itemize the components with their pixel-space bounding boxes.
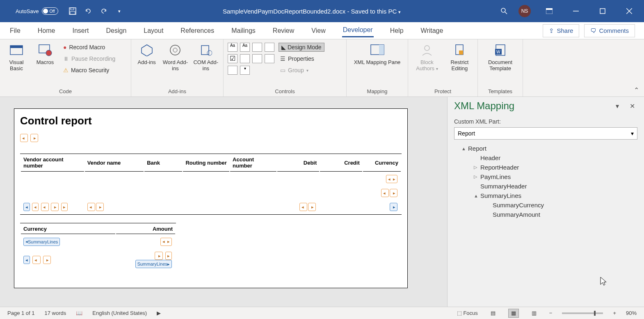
tab-layout[interactable]: Layout	[143, 25, 164, 37]
focus-mode-button[interactable]: ⬚ Focus	[457, 310, 478, 316]
control-checkbox-icon[interactable]: ☑	[228, 54, 238, 63]
content-control-tag[interactable]: ◂ ▸	[386, 175, 397, 183]
redo-icon[interactable]	[100, 7, 108, 15]
autosave-toggle[interactable]: AutoSave Off	[16, 7, 58, 15]
visual-basic-button[interactable]: Visual Basic	[4, 41, 29, 71]
content-control-tag[interactable]: ◂	[299, 203, 307, 211]
tree-node-summaryheader[interactable]: SummaryHeader	[454, 181, 637, 191]
content-control-tag[interactable]: ▸	[96, 203, 104, 211]
read-mode-icon[interactable]: ▤	[488, 309, 498, 318]
control-plaintext-icon[interactable]: Aa	[240, 43, 250, 52]
content-control-tag[interactable]: ◂ ▸	[160, 238, 172, 246]
content-control-tag[interactable]: ▸	[51, 203, 59, 211]
macro-indicator-icon[interactable]: ▶	[157, 310, 161, 316]
tree-node-summarycurrency[interactable]: SummaryCurrency	[454, 200, 637, 210]
svg-rect-21	[379, 45, 384, 55]
tree-node-summarylines[interactable]: ▲SummaryLines	[454, 191, 637, 200]
tree-node-summaryamount[interactable]: SummaryAmount	[454, 210, 637, 219]
content-control-tag[interactable]: ▸	[308, 203, 316, 211]
minimize-icon[interactable]	[568, 5, 584, 17]
zoom-out-button[interactable]: −	[549, 310, 553, 316]
share-button[interactable]: ⇪Share	[543, 24, 579, 37]
xml-mapping-pane-button[interactable]: XML Mapping Pane	[353, 41, 402, 65]
custom-xml-part-select[interactable]: Report ▾	[454, 127, 637, 140]
content-control-tag[interactable]: ▸	[61, 203, 68, 211]
content-control-tag[interactable]: ◂	[23, 203, 30, 211]
tab-file[interactable]: File	[9, 25, 21, 37]
control-buildingblock-icon[interactable]	[265, 43, 274, 52]
zoom-level[interactable]: 90%	[626, 310, 637, 316]
pane-close-icon[interactable]: ✕	[627, 101, 637, 111]
control-richtext-icon[interactable]: Aa	[228, 43, 238, 52]
search-icon[interactable]	[500, 7, 508, 15]
save-icon[interactable]	[69, 7, 77, 15]
tab-help[interactable]: Help	[389, 25, 404, 37]
control-combobox-icon[interactable]	[240, 54, 250, 63]
content-control-tag[interactable]: ◂	[32, 203, 39, 211]
content-control-tag[interactable]: ▸	[30, 134, 38, 142]
zoom-in-button[interactable]: +	[613, 310, 616, 316]
pane-options-icon[interactable]: ▾	[612, 101, 623, 111]
undo-icon[interactable]	[84, 7, 92, 15]
print-layout-icon[interactable]: ▦	[508, 309, 519, 318]
macros-button[interactable]: Macros	[33, 41, 57, 65]
language-indicator[interactable]: English (United States)	[92, 310, 147, 316]
user-avatar[interactable]: NS	[518, 5, 531, 17]
word-count[interactable]: 17 words	[45, 310, 66, 316]
toggle-switch[interactable]: Off	[42, 7, 58, 15]
svg-rect-24	[459, 50, 463, 55]
content-control-tag[interactable]: ▸	[390, 203, 397, 211]
control-repeating-icon[interactable]	[228, 66, 238, 75]
control-datepicker-icon[interactable]	[265, 54, 274, 63]
tab-design[interactable]: Design	[105, 25, 127, 37]
controls-gallery[interactable]: Aa Aa ☑ ▾	[228, 41, 274, 75]
tab-home[interactable]: Home	[37, 25, 56, 37]
content-control-tag[interactable]: ◂	[32, 256, 40, 264]
document-scroll[interactable]: Control report ◂ ▸ Vendor account number…	[0, 97, 447, 307]
content-control-tag[interactable]: ◂	[381, 189, 389, 197]
content-control-tag[interactable]: ◂	[87, 203, 95, 211]
control-dropdown-icon[interactable]	[252, 54, 262, 63]
content-control-summarylines[interactable]: ◂ SummaryLines	[23, 238, 60, 246]
content-control-tag[interactable]: ◂	[23, 256, 30, 264]
tab-review[interactable]: Review	[272, 25, 295, 37]
tab-references[interactable]: References	[180, 25, 215, 37]
control-legacy-icon[interactable]: ▾	[240, 66, 250, 75]
tab-insert[interactable]: Insert	[71, 25, 89, 37]
tree-node-paymlines[interactable]: ▷PaymLines	[454, 172, 637, 181]
tab-developer[interactable]: Developer	[342, 24, 374, 37]
content-control-tag[interactable]: ◂	[41, 203, 49, 211]
content-control-summarylines[interactable]: SummaryLines ▸	[135, 260, 172, 268]
content-control-tag[interactable]: ▸	[43, 256, 51, 264]
content-control-tag[interactable]: ▸	[155, 252, 162, 260]
properties-button[interactable]: ☰Properties	[279, 54, 324, 63]
content-control-tag[interactable]: ◂	[20, 134, 28, 142]
zoom-slider[interactable]	[562, 312, 603, 314]
comments-button[interactable]: 🗨Comments	[584, 24, 635, 37]
web-layout-icon[interactable]: ▥	[529, 309, 539, 318]
tab-view[interactable]: View	[311, 25, 326, 37]
maximize-icon[interactable]	[594, 5, 611, 17]
word-addins-button[interactable]: Word Add-ins	[162, 41, 188, 71]
addins-button[interactable]: Add-ins	[135, 41, 158, 65]
ribbon-display-icon[interactable]	[541, 5, 557, 17]
com-addins-button[interactable]: COM Add-ins	[193, 41, 219, 71]
tab-mailings[interactable]: Mailings	[231, 25, 256, 37]
close-icon[interactable]	[621, 5, 637, 17]
record-macro-button[interactable]: ●Record Macro	[62, 43, 117, 52]
tab-writage[interactable]: Writage	[420, 25, 444, 37]
customize-qat-icon[interactable]: ▾	[115, 7, 123, 15]
collapse-ribbon-icon[interactable]: ⌃	[629, 84, 644, 96]
macro-security-button[interactable]: ⚠Macro Security	[62, 66, 117, 75]
spellcheck-icon[interactable]: 📖	[76, 310, 82, 316]
content-control-tag[interactable]: ▸	[390, 189, 397, 197]
document-template-button[interactable]: W Document Template	[482, 41, 518, 71]
tree-node-report[interactable]: ▲Report	[454, 144, 637, 153]
restrict-editing-button[interactable]: Restrict Editing	[446, 41, 473, 71]
tree-node-header[interactable]: Header	[454, 153, 637, 163]
tree-node-reportheader[interactable]: ▷ReportHeader	[454, 163, 637, 172]
design-mode-button[interactable]: ◣Design Mode	[279, 43, 324, 52]
page-indicator[interactable]: Page 1 of 1	[7, 310, 35, 316]
content-control-tag[interactable]: ▸	[165, 252, 172, 260]
control-picture-icon[interactable]	[252, 43, 262, 52]
